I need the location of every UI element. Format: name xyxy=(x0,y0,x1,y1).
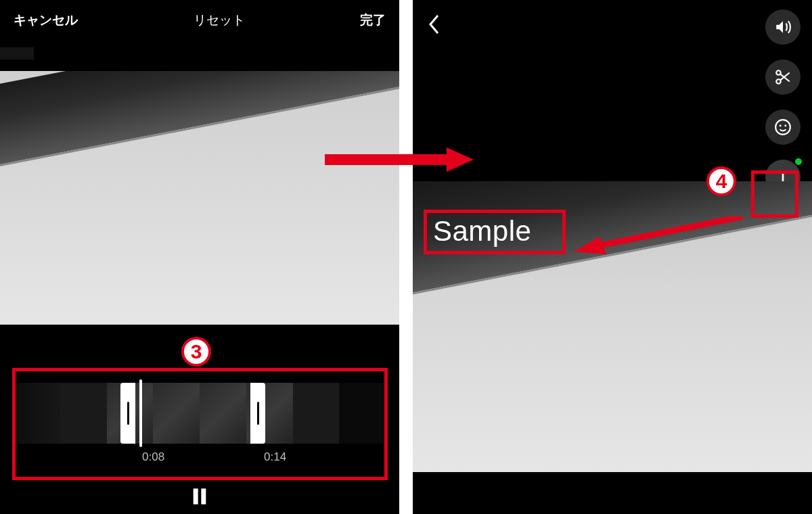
chevron-left-icon xyxy=(428,14,441,35)
svg-line-4 xyxy=(780,74,790,82)
svg-marker-13 xyxy=(447,147,474,172)
pause-icon xyxy=(190,487,209,506)
scissors-icon xyxy=(774,68,792,86)
reset-button[interactable]: リセット xyxy=(194,11,245,29)
annotation-arrow-transition xyxy=(325,146,474,173)
svg-point-2 xyxy=(776,70,781,75)
step-marker-4: 4 xyxy=(706,166,736,196)
cancel-button[interactable]: キャンセル xyxy=(14,11,78,29)
svg-marker-15 xyxy=(574,237,606,254)
sound-tool[interactable] xyxy=(765,9,800,45)
video-preview xyxy=(0,71,399,325)
back-button[interactable] xyxy=(428,14,441,38)
annotation-arrow-text xyxy=(574,216,743,257)
svg-line-14 xyxy=(593,216,743,247)
active-dot xyxy=(795,158,802,165)
sticker-tool[interactable] xyxy=(765,110,800,145)
annotation-box-timeline xyxy=(12,368,388,480)
trim-tool[interactable] xyxy=(765,60,800,95)
done-button[interactable]: 完了 xyxy=(360,11,386,29)
topbar: キャンセル リセット 完了 xyxy=(0,0,399,41)
svg-point-7 xyxy=(780,124,782,126)
svg-line-5 xyxy=(780,73,790,80)
sticker-icon xyxy=(774,118,792,136)
deco-strip xyxy=(0,47,34,60)
annotation-box-text-tool xyxy=(751,170,798,218)
svg-point-3 xyxy=(776,79,781,84)
step-marker-3: 3 xyxy=(181,337,211,367)
svg-point-6 xyxy=(775,120,790,135)
svg-rect-0 xyxy=(194,488,198,504)
bottom-bar xyxy=(413,472,812,514)
svg-rect-1 xyxy=(201,488,206,504)
svg-point-8 xyxy=(784,124,786,126)
pause-button[interactable] xyxy=(190,487,209,509)
annotation-box-sample xyxy=(424,210,566,254)
speaker-icon xyxy=(774,18,792,36)
